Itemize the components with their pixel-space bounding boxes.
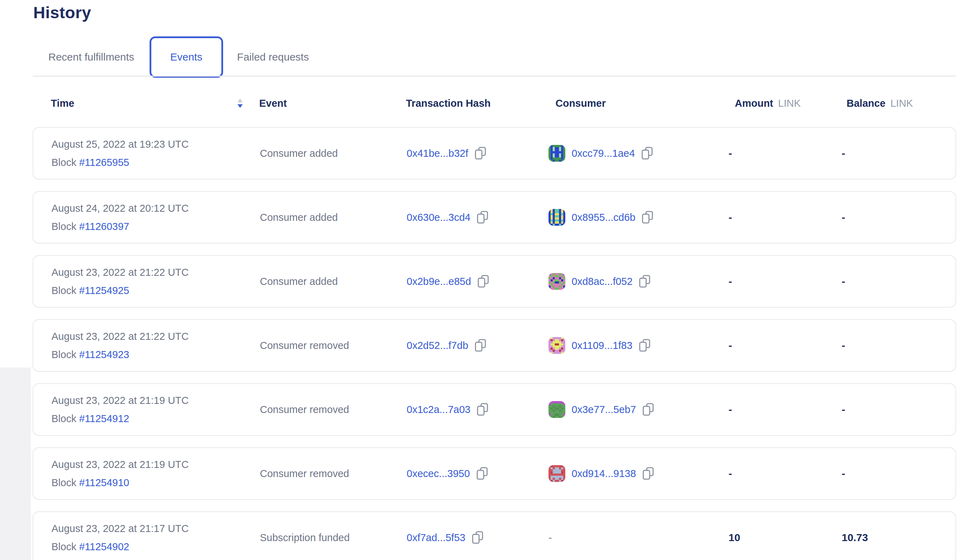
block-number-link[interactable]: #11254912 <box>79 413 129 424</box>
copy-icon[interactable] <box>639 339 651 352</box>
consumer-address-link[interactable]: 0xd8ac...f052 <box>572 276 632 287</box>
balance-value: 10.73 <box>842 532 955 543</box>
table-row: August 23, 2022 at 21:22 UTC Block #1125… <box>33 319 956 372</box>
table-row: August 23, 2022 at 21:19 UTC Block #1125… <box>33 447 956 500</box>
time-cell: August 23, 2022 at 21:19 UTC Block #1125… <box>52 457 260 490</box>
transaction-hash-link[interactable]: 0x2d52...f7db <box>407 340 468 352</box>
consumer-cell: - <box>548 532 729 543</box>
tab-events[interactable]: Events <box>150 37 223 78</box>
transaction-hash-link[interactable]: 0x1c2a...7a03 <box>407 404 470 415</box>
consumer-address-link[interactable]: 0xd914...9138 <box>572 468 636 480</box>
row-timestamp: August 24, 2022 at 20:12 UTC <box>52 201 260 215</box>
amount-value: - <box>729 403 842 415</box>
transaction-hash-link[interactable]: 0x41be...b32f <box>407 148 468 159</box>
row-timestamp: August 25, 2022 at 19:23 UTC <box>52 137 260 151</box>
time-cell: August 24, 2022 at 20:12 UTC Block #1126… <box>52 201 260 233</box>
copy-icon[interactable] <box>476 467 488 480</box>
block-label: Block <box>52 477 76 488</box>
balance-value: - <box>842 403 955 415</box>
copy-icon[interactable] <box>642 403 654 416</box>
transaction-hash-cell: 0xecec...3950 <box>407 467 548 480</box>
consumer-cell: 0x3e77...5eb7 <box>548 401 729 418</box>
copy-icon[interactable] <box>472 531 484 544</box>
block-number-link[interactable]: #11254910 <box>79 477 129 488</box>
amount-unit-label: LINK <box>778 98 801 109</box>
copy-icon[interactable] <box>642 467 654 480</box>
transaction-hash-cell: 0x2b9e...e85d <box>407 275 548 288</box>
row-timestamp: August 23, 2022 at 21:19 UTC <box>52 393 260 407</box>
consumer-address-link[interactable]: 0x1109...1f83 <box>572 340 632 352</box>
table-row: August 25, 2022 at 19:23 UTC Block #1126… <box>33 127 956 180</box>
amount-value: 10 <box>729 532 842 543</box>
time-cell: August 23, 2022 at 21:22 UTC Block #1125… <box>52 265 260 298</box>
copy-icon[interactable] <box>475 339 486 352</box>
consumer-address-link[interactable]: 0xcc79...1ae4 <box>572 148 635 159</box>
balance-value: - <box>842 147 955 159</box>
block-number-link[interactable]: #11265955 <box>79 157 129 168</box>
tabs-divider <box>33 76 956 77</box>
events-table: August 25, 2022 at 19:23 UTC Block #1126… <box>33 127 956 560</box>
tab-failed-requests[interactable]: Failed requests <box>237 51 309 63</box>
event-type: Consumer removed <box>260 404 407 415</box>
consumer-cell: 0xcc79...1ae4 <box>548 145 729 162</box>
row-timestamp: August 23, 2022 at 21:19 UTC <box>52 457 260 472</box>
block-label: Block <box>52 285 76 296</box>
table-header-row: Time Event Transaction Hash Consumer Amo… <box>33 92 956 115</box>
event-type: Consumer removed <box>260 340 407 352</box>
transaction-hash-link[interactable]: 0x2b9e...e85d <box>407 276 471 287</box>
copy-icon[interactable] <box>477 403 488 416</box>
copy-icon[interactable] <box>642 211 654 224</box>
copy-icon[interactable] <box>639 275 651 288</box>
row-timestamp: August 23, 2022 at 21:22 UTC <box>52 265 260 279</box>
copy-icon[interactable] <box>475 147 486 160</box>
blockie-identicon <box>548 145 565 162</box>
blockie-identicon <box>548 401 565 418</box>
block-number-link[interactable]: #11254902 <box>79 541 129 552</box>
page-title: History <box>33 3 91 22</box>
consumer-cell: 0x1109...1f83 <box>548 337 729 354</box>
row-timestamp: August 23, 2022 at 21:22 UTC <box>52 329 260 343</box>
blockie-identicon <box>548 273 565 290</box>
consumer-address-link[interactable]: 0x8955...cd6b <box>572 212 635 223</box>
block-number-link[interactable]: #11254925 <box>79 285 129 296</box>
row-timestamp: August 23, 2022 at 21:17 UTC <box>52 522 260 535</box>
amount-value: - <box>729 275 842 287</box>
copy-icon[interactable] <box>477 211 488 224</box>
table-row: August 23, 2022 at 21:17 UTC Block #1125… <box>33 512 956 560</box>
column-header-balance: Balance LINK <box>841 98 956 109</box>
consumer-cell: 0xd8ac...f052 <box>548 273 729 290</box>
history-tabs: Recent fulfillments Events Failed reques… <box>48 34 324 80</box>
amount-value: - <box>729 468 842 480</box>
block-label: Block <box>52 349 76 360</box>
transaction-hash-cell: 0x1c2a...7a03 <box>407 403 548 416</box>
transaction-hash-link[interactable]: 0xf7ad...5f53 <box>407 532 465 543</box>
event-type: Consumer added <box>260 212 407 223</box>
consumer-empty-dash: - <box>548 532 552 543</box>
consumer-cell: 0xd914...9138 <box>548 465 729 482</box>
balance-value: - <box>842 275 955 287</box>
copy-icon[interactable] <box>477 275 489 288</box>
balance-value: - <box>842 212 955 223</box>
copy-icon[interactable] <box>641 147 653 160</box>
sort-descending-icon[interactable] <box>237 99 243 108</box>
block-label: Block <box>52 157 76 168</box>
transaction-hash-cell: 0xf7ad...5f53 <box>407 531 548 544</box>
table-row: August 23, 2022 at 21:19 UTC Block #1125… <box>33 383 956 436</box>
transaction-hash-link[interactable]: 0xecec...3950 <box>407 468 470 480</box>
transaction-hash-link[interactable]: 0x630e...3cd4 <box>407 212 470 223</box>
event-type: Consumer added <box>260 276 407 287</box>
block-number-link[interactable]: #11260397 <box>79 221 129 232</box>
time-cell: August 23, 2022 at 21:19 UTC Block #1125… <box>52 393 260 426</box>
consumer-cell: 0x8955...cd6b <box>548 209 729 226</box>
column-header-amount: Amount LINK <box>728 98 841 109</box>
column-header-time: Time <box>51 98 259 109</box>
amount-value: - <box>729 147 842 159</box>
balance-value: - <box>842 340 955 352</box>
block-number-link[interactable]: #11254923 <box>79 349 129 360</box>
balance-value: - <box>842 468 955 480</box>
event-type: Subscription funded <box>260 532 407 543</box>
tab-recent-fulfillments[interactable]: Recent fulfillments <box>48 51 134 63</box>
consumer-address-link[interactable]: 0x3e77...5eb7 <box>572 404 636 415</box>
amount-value: - <box>729 212 842 223</box>
column-header-event: Event <box>259 98 406 109</box>
